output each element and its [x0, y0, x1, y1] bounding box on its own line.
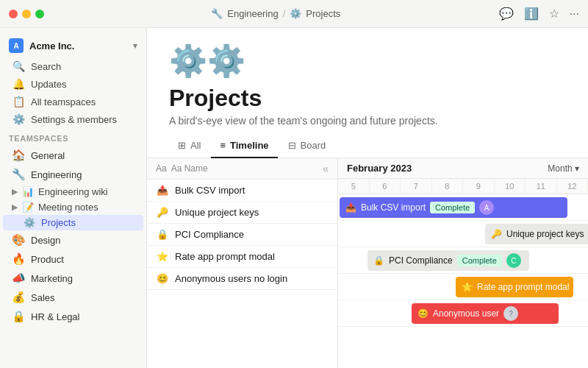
wiki-icon: 📊 — [22, 186, 34, 197]
maximize-button[interactable] — [35, 10, 44, 18]
bar-pci[interactable]: 🔒 PCI Compliance Complete C — [368, 250, 529, 271]
timeline-row-pci: 🔒 PCI Compliance Complete C — [338, 247, 588, 274]
row-bulk-csv[interactable]: 📤 Bulk CSV import — [147, 180, 337, 202]
workspace-icon: A — [9, 38, 24, 53]
close-button[interactable] — [9, 10, 18, 18]
general-label: General — [31, 150, 65, 161]
tab-timeline-label: Timeline — [230, 140, 269, 151]
meeting-notes-icon: 📝 — [22, 202, 34, 213]
anon-bar-icon: 😊 — [417, 308, 429, 319]
chevron-down-icon: ▾ — [133, 41, 137, 51]
main-content: ⚙️⚙️ Projects A bird's-eye view of the t… — [147, 28, 588, 368]
sidebar-all-teamspaces-label: All teamspaces — [31, 96, 96, 107]
name-column-header: Aa Aa Name « — [147, 158, 337, 180]
workspace-name: Acme Inc. — [29, 40, 74, 52]
tab-board[interactable]: ⊟ Board — [279, 134, 335, 158]
sidebar-item-projects[interactable]: ⚙️ Projects — [3, 215, 143, 230]
comment-icon[interactable]: 💬 — [499, 7, 514, 21]
bar-anon-users[interactable]: 😊 Anonymous user ? — [412, 303, 559, 324]
marketing-icon: 📣 — [12, 272, 25, 285]
engineering-label: Engineering — [31, 169, 82, 180]
sidebar-item-engineering[interactable]: 🔧 Engineering — [3, 165, 143, 184]
sidebar-item-product[interactable]: 🔥 Product — [3, 250, 143, 269]
sidebar-item-engineering-wiki[interactable]: ▶ 📊 Engineering wiki — [3, 184, 143, 199]
breadcrumb-engineering[interactable]: Engineering — [227, 8, 278, 19]
pci-avatar: C — [506, 253, 521, 268]
sidebar-item-meeting-notes[interactable]: ▶ 📝 Meeting notes — [3, 199, 143, 215]
pci-bar-label: PCI Compliance — [389, 255, 453, 266]
sidebar: A Acme Inc. ▾ 🔍 Search 🔔 Updates 📋 All t… — [0, 28, 147, 368]
product-icon: 🔥 — [12, 252, 25, 266]
timeline-dates: 5 6 7 8 9 10 11 12 — [338, 179, 588, 194]
sidebar-updates-label: Updates — [31, 79, 66, 90]
meeting-notes-label: Meeting notes — [38, 202, 98, 213]
hr-icon: 🔒 — [12, 310, 25, 323]
bulk-csv-bar-icon: 📤 — [345, 202, 356, 213]
sidebar-item-general[interactable]: 🏠 General — [3, 146, 143, 165]
tab-timeline[interactable]: ≡ Timeline — [211, 134, 277, 158]
row-rate-app[interactable]: ⭐ Rate app prompt modal — [147, 246, 337, 268]
search-icon: 🔍 — [12, 60, 25, 72]
timeline-row-bulk-csv: 📤 Bulk CSV import Complete A — [338, 194, 588, 221]
unique-keys-name: Unique project keys — [175, 207, 259, 218]
star-icon[interactable]: ☆ — [549, 7, 559, 21]
more-icon[interactable]: ··· — [570, 7, 579, 21]
month-view-selector[interactable]: Month ▾ — [548, 163, 579, 174]
tab-all[interactable]: ⊞ All — [169, 134, 209, 158]
anon-bar-label: Anonymous user — [433, 308, 499, 319]
board-tab-icon: ⊟ — [288, 140, 296, 151]
row-unique-keys[interactable]: 🔑 Unique project keys — [147, 202, 337, 224]
anon-users-name: Anonymous users no login — [175, 273, 287, 284]
sidebar-settings-label: Settings & members — [31, 114, 117, 125]
hr-label: HR & Legal — [31, 311, 79, 322]
date-5: 5 — [338, 179, 370, 194]
sidebar-item-sales[interactable]: 💰 Sales — [3, 288, 143, 307]
bar-rate-app[interactable]: ⭐ Rate app prompt modal Compl... — [456, 277, 573, 297]
sidebar-item-marketing[interactable]: 📣 Marketing — [3, 269, 143, 288]
sidebar-item-all-teamspaces[interactable]: 📋 All teamspaces — [3, 93, 143, 110]
row-pci[interactable]: 🔒 PCI Compliance — [147, 224, 337, 246]
date-11: 11 — [526, 179, 557, 194]
workspace-switcher[interactable]: A Acme Inc. ▾ — [0, 34, 146, 57]
all-tab-icon: ⊞ — [178, 140, 186, 151]
timeline-column: February 2023 Month ▾ 5 6 7 8 9 10 11 12 — [338, 158, 588, 368]
bar-bulk-csv[interactable]: 📤 Bulk CSV import Complete A — [340, 197, 567, 218]
month-label: February 2023 — [347, 163, 412, 174]
bulk-csv-icon: 📤 — [156, 185, 169, 196]
timeline-header-top: February 2023 Month ▾ — [338, 158, 588, 179]
page-icon: ⚙️⚙️ — [169, 43, 566, 79]
pci-icon: 🔒 — [156, 229, 169, 240]
tab-board-label: Board — [301, 140, 326, 151]
date-8: 8 — [432, 179, 464, 194]
minimize-button[interactable] — [22, 10, 31, 18]
rate-app-bar-icon: ⭐ — [462, 282, 473, 292]
sidebar-item-settings[interactable]: ⚙️ Settings & members — [3, 110, 143, 128]
name-column: Aa Aa Name « 📤 Bulk CSV import 🔑 Unique … — [147, 158, 338, 368]
row-anon-users[interactable]: 😊 Anonymous users no login — [147, 268, 337, 290]
design-icon: 🎨 — [12, 233, 25, 247]
date-12: 12 — [557, 179, 589, 194]
breadcrumb-projects[interactable]: Projects — [306, 8, 340, 19]
timeline-tab-icon: ≡ — [220, 140, 226, 151]
bulk-csv-bar-label: Bulk CSV import — [361, 202, 426, 213]
pci-name: PCI Compliance — [175, 229, 244, 240]
engineering-icon: 🔧 — [12, 168, 25, 181]
tab-all-label: All — [190, 140, 201, 151]
collapse-button[interactable]: « — [323, 163, 329, 174]
col-header-text: Aa Aa Name — [156, 163, 208, 174]
titlebar: 🔧 Engineering / ⚙️ Projects 💬 ℹ️ ☆ ··· — [0, 0, 588, 28]
info-icon[interactable]: ℹ️ — [524, 7, 539, 21]
sidebar-item-hr-legal[interactable]: 🔒 HR & Legal — [3, 307, 143, 326]
sidebar-item-design[interactable]: 🎨 Design — [3, 230, 143, 250]
bulk-csv-avatar: A — [479, 200, 494, 215]
sidebar-search-label: Search — [31, 61, 61, 72]
marketing-label: Marketing — [31, 273, 73, 284]
sidebar-item-updates[interactable]: 🔔 Updates — [3, 75, 143, 93]
bar-unique-keys[interactable]: 🔑 Unique project keys In flight B — [485, 224, 588, 244]
expand-icon: ▶ — [12, 187, 18, 197]
unique-keys-icon: 🔑 — [156, 207, 169, 218]
sidebar-item-search[interactable]: 🔍 Search — [3, 57, 143, 75]
teamspaces-section-label: Teamspaces — [0, 128, 146, 146]
window-controls — [9, 10, 44, 18]
rate-app-bar-label: Rate app prompt modal — [477, 282, 569, 292]
